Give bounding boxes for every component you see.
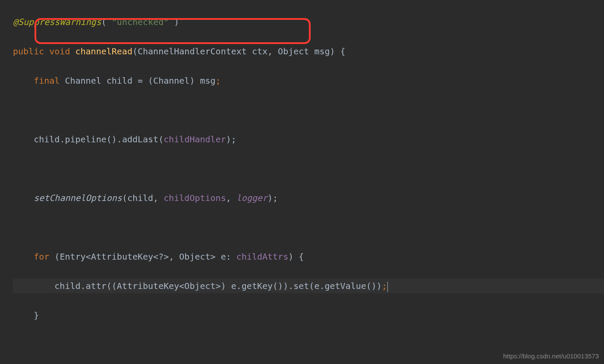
code-line xyxy=(13,337,604,352)
code-editor[interactable]: @SuppressWarnings( "unchecked" ) public … xyxy=(0,0,604,364)
annotation: @SuppressWarnings xyxy=(13,17,101,27)
code-line xyxy=(13,103,604,117)
code-line: public void channelRead(ChannelHandlerCo… xyxy=(13,44,604,59)
code-line: setChannelOptions(child, childOptions, l… xyxy=(13,191,604,205)
code-line xyxy=(13,161,604,176)
code-line: @SuppressWarnings( "unchecked" ) xyxy=(13,15,604,29)
code-line: } xyxy=(13,308,604,323)
code-line: for (Entry<AttributeKey<?>, Object> e: c… xyxy=(13,249,604,264)
code-line xyxy=(13,220,604,235)
code-line: child.pipeline().addLast(childHandler); xyxy=(13,132,604,147)
code-line-cursor: child.attr((AttributeKey<Object>) e.getK… xyxy=(13,279,604,293)
watermark: https://blog.csdn.net/u010013573 xyxy=(503,351,599,362)
code-line: final Channel child = (Channel) msg; xyxy=(13,73,604,88)
text-cursor xyxy=(387,282,388,292)
